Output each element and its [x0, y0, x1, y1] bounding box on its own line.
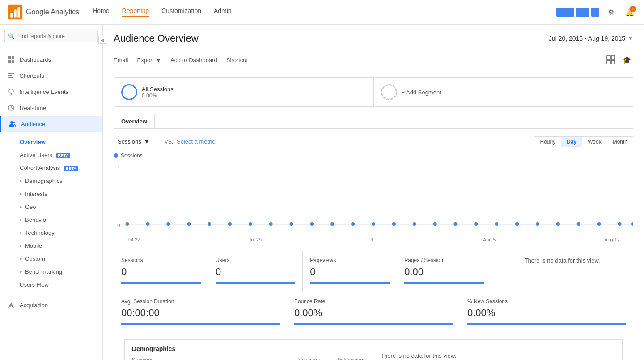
logo-area: Google Analytics: [7, 4, 79, 20]
nav-customization[interactable]: Customization: [161, 7, 201, 17]
avg-session-label: Avg. Session Duration: [121, 298, 280, 305]
date-range-label: Jul 20, 2015 - Aug 19, 2015: [549, 35, 625, 42]
sub-item-benchmarking[interactable]: Benchmarking: [0, 265, 102, 278]
sub-item-cohort[interactable]: Cohort Analysis BETA: [0, 161, 102, 174]
nav-admin[interactable]: Admin: [214, 7, 232, 17]
acquisition-label: Acquisition: [20, 302, 48, 309]
svg-point-45: [577, 222, 580, 226]
svg-point-24: [146, 222, 149, 226]
sidebar-item-acquisition[interactable]: Acquisition: [0, 297, 102, 313]
bounce-rate-label: Bounce Rate: [294, 298, 453, 305]
demographics-section: Demographics Sessions Sessions % Session…: [124, 339, 623, 360]
nav-home[interactable]: Home: [93, 7, 109, 17]
bounce-rate-bar: [294, 323, 453, 325]
chart-svg: 1 0: [114, 162, 633, 234]
settings-button[interactable]: ⚙: [604, 5, 618, 19]
overview-tabs: Overview: [114, 114, 633, 129]
sub-item-technology[interactable]: Technology: [0, 226, 102, 239]
svg-rect-16: [611, 56, 615, 59]
sub-item-interests[interactable]: Interests: [0, 187, 102, 200]
svg-point-39: [453, 222, 457, 226]
metric-selector: Sessions ▼ VS. Select a metric: [114, 136, 215, 147]
shortcuts-label: Shortcuts: [20, 72, 44, 79]
select-metric-link[interactable]: Select a metric: [177, 138, 215, 145]
add-segment-box[interactable]: + Add Segment: [374, 78, 633, 106]
x-label-aug12: Aug 12: [604, 237, 620, 242]
metrics-grid-row1: Sessions 0 Users 0 Pageviews 0 Pages / S…: [114, 250, 633, 291]
sidebar-item-audience[interactable]: Audience: [0, 116, 102, 132]
users-metric-value: 0: [216, 266, 295, 278]
avg-session-bar: [121, 323, 280, 325]
sub-item-custom[interactable]: Custom: [0, 252, 102, 265]
prop-box-1[interactable]: [556, 8, 574, 17]
chart-legend: Sessions: [114, 152, 633, 159]
time-range-buttons: Hourly Day Week Month: [534, 136, 633, 147]
svg-point-43: [536, 222, 539, 226]
sub-item-behavior[interactable]: Behavior: [0, 213, 102, 226]
svg-rect-17: [607, 60, 610, 64]
tab-overview[interactable]: Overview: [114, 114, 155, 128]
notifications-button[interactable]: 🔔 1: [623, 5, 637, 19]
sidebar-item-shortcuts[interactable]: Shortcuts: [0, 68, 102, 84]
pageviews-metric-bar: [310, 282, 390, 284]
svg-point-46: [597, 222, 601, 226]
svg-point-27: [208, 222, 211, 226]
realtime-icon: [7, 104, 15, 112]
svg-point-32: [310, 222, 314, 226]
svg-point-26: [187, 222, 191, 226]
svg-point-23: [126, 222, 129, 226]
add-to-dashboard-link[interactable]: Add to Dashboard: [170, 57, 217, 64]
search-input[interactable]: [4, 30, 98, 42]
month-btn[interactable]: Month: [607, 137, 633, 147]
sub-item-geo[interactable]: Geo: [0, 200, 102, 213]
sidebar: ◀ 🔍 Dashboards Shortcuts: [0, 25, 103, 360]
svg-point-33: [330, 222, 334, 226]
svg-point-37: [413, 222, 416, 226]
page-header: Audience Overview Jul 20, 2015 - Aug 19,…: [103, 25, 644, 50]
acquisition-icon: [7, 301, 15, 309]
demo-col-headers: Sessions Sessions % Sessions: [132, 357, 366, 360]
sidebar-item-dashboards[interactable]: Dashboards: [0, 51, 102, 68]
pages-session-metric-bar: [404, 282, 484, 284]
svg-point-44: [556, 222, 560, 226]
export-link[interactable]: Export ▼: [137, 57, 161, 64]
sub-item-users-flow[interactable]: Users Flow: [0, 278, 102, 291]
sidebar-item-intelligence[interactable]: Intelligence Events: [0, 84, 102, 100]
sessions-metric-value: 0: [121, 266, 201, 278]
date-range-button[interactable]: Jul 20, 2015 - Aug 19, 2015 ▼: [549, 35, 633, 42]
sub-item-active-users[interactable]: Active Users BETA: [0, 148, 102, 161]
sessions-label: Sessions: [118, 138, 141, 145]
svg-point-31: [289, 222, 293, 226]
sub-item-mobile[interactable]: Mobile: [0, 239, 102, 252]
svg-point-28: [228, 222, 232, 226]
sidebar-item-realtime[interactable]: Real-Time: [0, 100, 102, 116]
demographics-left-pane: Demographics Sessions Sessions % Session…: [125, 340, 373, 360]
shortcuts-icon: [7, 72, 15, 80]
shortcut-link[interactable]: Shortcut: [226, 57, 248, 64]
sub-item-demographics[interactable]: Demographics: [0, 174, 102, 187]
nav-reporting[interactable]: Reporting: [122, 7, 149, 17]
svg-rect-6: [8, 60, 11, 63]
day-btn[interactable]: Day: [561, 137, 582, 147]
audience-icon: [8, 120, 17, 128]
svg-point-40: [474, 222, 478, 226]
hourly-btn[interactable]: Hourly: [534, 137, 561, 147]
grid-view-button[interactable]: [605, 54, 617, 66]
main-content: Audience Overview Jul 20, 2015 - Aug 19,…: [103, 25, 644, 360]
sub-item-overview[interactable]: Overview: [0, 136, 102, 148]
prop-box-2[interactable]: [576, 8, 589, 17]
svg-rect-1: [10, 13, 13, 18]
prop-box-3[interactable]: [591, 8, 599, 17]
week-btn[interactable]: Week: [582, 137, 607, 147]
metric-bounce-rate: Bounce Rate 0.00%: [287, 291, 460, 332]
new-sessions-label: % New Sessions: [467, 298, 626, 305]
export-chevron: ▼: [156, 57, 161, 64]
metric-new-sessions: % New Sessions 0.00%: [460, 291, 633, 332]
metric-sessions: Sessions 0: [114, 250, 208, 291]
sidebar-collapse-button[interactable]: ◀: [98, 36, 103, 44]
email-link[interactable]: Email: [114, 57, 128, 64]
top-nav: Google Analytics Home Reporting Customiz…: [0, 0, 644, 25]
hat-icon-button[interactable]: 🎓: [621, 54, 633, 66]
sessions-dropdown[interactable]: Sessions ▼: [114, 136, 161, 147]
metric-avg-session: Avg. Session Duration 00:00:00: [114, 291, 287, 332]
